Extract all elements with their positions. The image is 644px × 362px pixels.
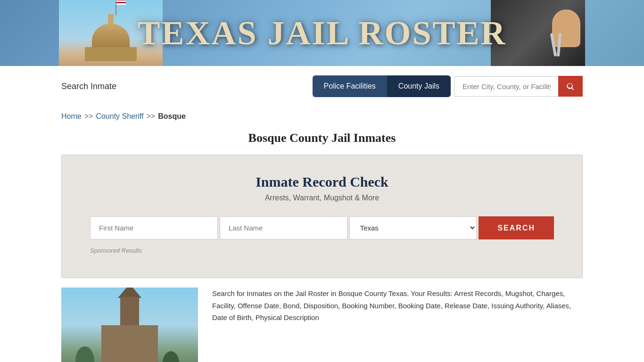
- first-name-input[interactable]: [90, 216, 218, 239]
- breadcrumb-home[interactable]: Home: [61, 112, 82, 121]
- facility-search-button[interactable]: [558, 76, 583, 97]
- header-banner: Texas Jail Roster: [0, 0, 644, 66]
- breadcrumb-separator-2: >>: [146, 112, 155, 121]
- county-jails-button[interactable]: County Jails: [387, 75, 451, 97]
- last-name-input[interactable]: [220, 216, 347, 239]
- breadcrumb-separator-1: >>: [84, 112, 93, 121]
- page-title-section: Bosque County Jail Inmates: [0, 126, 644, 155]
- jail-building-image: [61, 288, 198, 362]
- breadcrumb: Home >> County Sheriff >> Bosque: [0, 107, 644, 126]
- inmate-record-box: Inmate Record Check Arrests, Warrant, Mu…: [61, 155, 583, 278]
- bottom-description: Search for Inmates on the Jail Roster in…: [212, 288, 583, 324]
- record-check-title: Inmate Record Check: [90, 174, 554, 190]
- record-check-subtitle: Arrests, Warrant, Mugshot & More: [90, 194, 554, 202]
- breadcrumb-county-sheriff[interactable]: County Sheriff: [96, 112, 143, 121]
- police-facilities-button[interactable]: Police Facilities: [313, 75, 387, 97]
- search-icon: [566, 82, 575, 91]
- bottom-section: Search for Inmates on the Jail Roster in…: [61, 288, 583, 362]
- state-select[interactable]: AlabamaAlaskaArizonaArkansasCaliforniaCo…: [349, 216, 477, 239]
- inmate-search-button[interactable]: SEARCH: [479, 216, 554, 239]
- facility-search-input[interactable]: [454, 76, 558, 97]
- facility-search-group: [454, 76, 583, 97]
- search-form-row: AlabamaAlaskaArizonaArkansasCaliforniaCo…: [90, 216, 554, 239]
- nav-bar: Search Inmate Police Facilities County J…: [0, 66, 644, 107]
- nav-right: Police Facilities County Jails: [313, 75, 583, 97]
- breadcrumb-current: Bosque: [158, 112, 186, 121]
- page-title: Bosque County Jail Inmates: [0, 131, 644, 145]
- sponsored-results-label: Sponsored Results: [90, 247, 554, 254]
- site-title: Texas Jail Roster: [137, 14, 506, 53]
- search-inmate-label: Search Inmate: [61, 82, 116, 91]
